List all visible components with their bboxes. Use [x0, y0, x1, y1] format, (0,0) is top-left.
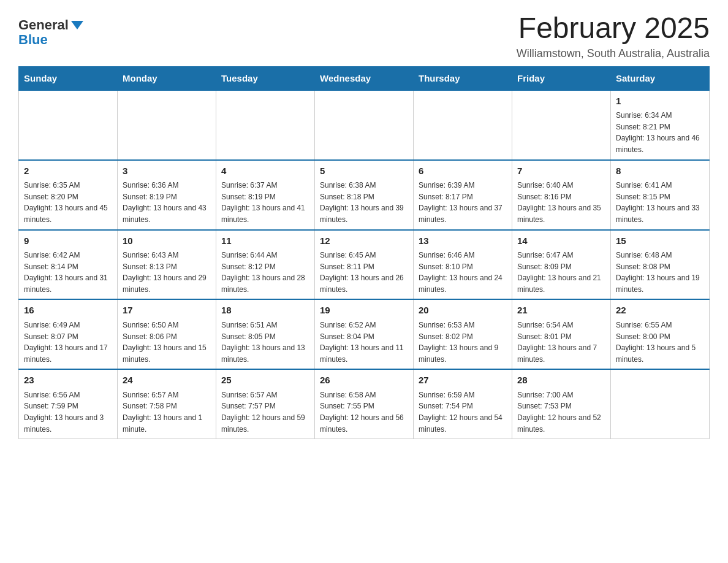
calendar-cell: 20Sunrise: 6:53 AM Sunset: 8:02 PM Dayli… [414, 299, 512, 369]
day-number: 18 [221, 304, 309, 318]
page-header: General Blue February 2025 Williamstown,… [18, 12, 710, 60]
day-info: Sunrise: 6:59 AM Sunset: 7:54 PM Dayligh… [419, 389, 507, 435]
calendar-table: SundayMondayTuesdayWednesdayThursdayFrid… [18, 66, 710, 439]
day-number: 12 [320, 234, 408, 248]
day-number: 22 [616, 304, 704, 318]
calendar-cell: 7Sunrise: 6:40 AM Sunset: 8:16 PM Daylig… [512, 160, 611, 230]
calendar-cell: 13Sunrise: 6:46 AM Sunset: 8:10 PM Dayli… [414, 230, 512, 300]
calendar-cell: 5Sunrise: 6:38 AM Sunset: 8:18 PM Daylig… [315, 160, 414, 230]
calendar-cell: 27Sunrise: 6:59 AM Sunset: 7:54 PM Dayli… [414, 369, 512, 439]
calendar-cell: 1Sunrise: 6:34 AM Sunset: 8:21 PM Daylig… [611, 90, 710, 160]
calendar-cell: 15Sunrise: 6:48 AM Sunset: 8:08 PM Dayli… [611, 230, 710, 300]
location-subtitle: Williamstown, South Australia, Australia [517, 47, 710, 60]
calendar-cell: 23Sunrise: 6:56 AM Sunset: 7:59 PM Dayli… [19, 369, 118, 439]
day-info: Sunrise: 6:57 AM Sunset: 7:57 PM Dayligh… [221, 389, 309, 435]
calendar-cell: 14Sunrise: 6:47 AM Sunset: 8:09 PM Dayli… [512, 230, 611, 300]
logo-text-blue: Blue [18, 32, 48, 48]
day-info: Sunrise: 6:47 AM Sunset: 8:09 PM Dayligh… [517, 250, 605, 295]
day-number: 5 [320, 164, 408, 178]
calendar-cell: 6Sunrise: 6:39 AM Sunset: 8:17 PM Daylig… [414, 160, 512, 230]
day-number: 7 [517, 164, 605, 178]
calendar-cell: 24Sunrise: 6:57 AM Sunset: 7:58 PM Dayli… [118, 369, 216, 439]
calendar-week-row-4: 16Sunrise: 6:49 AM Sunset: 8:07 PM Dayli… [19, 299, 710, 369]
calendar-cell [118, 90, 216, 160]
day-number: 24 [123, 373, 211, 388]
calendar-cell: 17Sunrise: 6:50 AM Sunset: 8:06 PM Dayli… [118, 299, 216, 369]
day-info: Sunrise: 6:44 AM Sunset: 8:12 PM Dayligh… [221, 250, 309, 295]
logo-arrow-icon [71, 21, 83, 29]
month-title: February 2025 [517, 12, 710, 45]
day-number: 28 [517, 373, 605, 388]
calendar-cell: 22Sunrise: 6:55 AM Sunset: 8:00 PM Dayli… [611, 299, 710, 369]
day-number: 2 [24, 164, 112, 178]
day-number: 10 [123, 234, 211, 248]
calendar-cell: 25Sunrise: 6:57 AM Sunset: 7:57 PM Dayli… [216, 369, 315, 439]
day-info: Sunrise: 6:38 AM Sunset: 8:18 PM Dayligh… [320, 180, 408, 225]
calendar-cell: 9Sunrise: 6:42 AM Sunset: 8:14 PM Daylig… [19, 230, 118, 300]
calendar-week-row-1: 1Sunrise: 6:34 AM Sunset: 8:21 PM Daylig… [19, 90, 710, 160]
calendar-cell: 12Sunrise: 6:45 AM Sunset: 8:11 PM Dayli… [315, 230, 414, 300]
calendar-cell: 26Sunrise: 6:58 AM Sunset: 7:55 PM Dayli… [315, 369, 414, 439]
day-number: 26 [320, 373, 408, 388]
day-info: Sunrise: 6:49 AM Sunset: 8:07 PM Dayligh… [24, 320, 112, 365]
day-info: Sunrise: 6:54 AM Sunset: 8:01 PM Dayligh… [517, 320, 605, 365]
calendar-cell: 8Sunrise: 6:41 AM Sunset: 8:15 PM Daylig… [611, 160, 710, 230]
calendar-cell [19, 90, 118, 160]
day-info: Sunrise: 6:45 AM Sunset: 8:11 PM Dayligh… [320, 250, 408, 295]
day-number: 25 [221, 373, 309, 388]
calendar-cell: 18Sunrise: 6:51 AM Sunset: 8:05 PM Dayli… [216, 299, 315, 369]
calendar-cell: 19Sunrise: 6:52 AM Sunset: 8:04 PM Dayli… [315, 299, 414, 369]
day-number: 17 [123, 304, 211, 318]
calendar-week-row-5: 23Sunrise: 6:56 AM Sunset: 7:59 PM Dayli… [19, 369, 710, 439]
calendar-cell: 11Sunrise: 6:44 AM Sunset: 8:12 PM Dayli… [216, 230, 315, 300]
day-info: Sunrise: 6:37 AM Sunset: 8:19 PM Dayligh… [221, 180, 309, 225]
calendar-header-saturday: Saturday [611, 66, 710, 90]
day-number: 1 [616, 94, 704, 109]
day-info: Sunrise: 6:41 AM Sunset: 8:15 PM Dayligh… [616, 180, 704, 225]
calendar-header-wednesday: Wednesday [315, 66, 414, 90]
day-info: Sunrise: 6:46 AM Sunset: 8:10 PM Dayligh… [419, 250, 507, 295]
day-info: Sunrise: 6:53 AM Sunset: 8:02 PM Dayligh… [419, 320, 507, 365]
day-number: 16 [24, 304, 112, 318]
calendar-cell: 2Sunrise: 6:35 AM Sunset: 8:20 PM Daylig… [19, 160, 118, 230]
day-number: 27 [419, 373, 507, 388]
day-info: Sunrise: 6:35 AM Sunset: 8:20 PM Dayligh… [24, 180, 112, 225]
day-number: 23 [24, 373, 112, 388]
day-number: 11 [221, 234, 309, 248]
day-info: Sunrise: 6:57 AM Sunset: 7:58 PM Dayligh… [123, 389, 211, 435]
calendar-header-tuesday: Tuesday [216, 66, 315, 90]
calendar-header-thursday: Thursday [414, 66, 512, 90]
day-number: 20 [419, 304, 507, 318]
calendar-cell: 28Sunrise: 7:00 AM Sunset: 7:53 PM Dayli… [512, 369, 611, 439]
calendar-header-friday: Friday [512, 66, 611, 90]
calendar-cell [414, 90, 512, 160]
day-info: Sunrise: 6:51 AM Sunset: 8:05 PM Dayligh… [221, 320, 309, 365]
day-number: 6 [419, 164, 507, 178]
day-number: 9 [24, 234, 112, 248]
day-number: 14 [517, 234, 605, 248]
calendar-header-sunday: Sunday [19, 66, 118, 90]
day-number: 3 [123, 164, 211, 178]
day-info: Sunrise: 6:40 AM Sunset: 8:16 PM Dayligh… [517, 180, 605, 225]
day-info: Sunrise: 7:00 AM Sunset: 7:53 PM Dayligh… [517, 389, 605, 435]
day-info: Sunrise: 6:48 AM Sunset: 8:08 PM Dayligh… [616, 250, 704, 295]
day-number: 8 [616, 164, 704, 178]
calendar-cell [512, 90, 611, 160]
logo: General Blue [18, 18, 83, 48]
day-number: 13 [419, 234, 507, 248]
day-info: Sunrise: 6:43 AM Sunset: 8:13 PM Dayligh… [123, 250, 211, 295]
calendar-cell [216, 90, 315, 160]
day-info: Sunrise: 6:56 AM Sunset: 7:59 PM Dayligh… [24, 389, 112, 435]
calendar-cell: 4Sunrise: 6:37 AM Sunset: 8:19 PM Daylig… [216, 160, 315, 230]
day-number: 4 [221, 164, 309, 178]
day-info: Sunrise: 6:58 AM Sunset: 7:55 PM Dayligh… [320, 389, 408, 435]
calendar-cell: 21Sunrise: 6:54 AM Sunset: 8:01 PM Dayli… [512, 299, 611, 369]
calendar-cell: 10Sunrise: 6:43 AM Sunset: 8:13 PM Dayli… [118, 230, 216, 300]
day-info: Sunrise: 6:50 AM Sunset: 8:06 PM Dayligh… [123, 320, 211, 365]
day-info: Sunrise: 6:39 AM Sunset: 8:17 PM Dayligh… [419, 180, 507, 225]
day-info: Sunrise: 6:52 AM Sunset: 8:04 PM Dayligh… [320, 320, 408, 365]
calendar-cell [315, 90, 414, 160]
calendar-cell [611, 369, 710, 439]
day-number: 15 [616, 234, 704, 248]
calendar-cell: 3Sunrise: 6:36 AM Sunset: 8:19 PM Daylig… [118, 160, 216, 230]
